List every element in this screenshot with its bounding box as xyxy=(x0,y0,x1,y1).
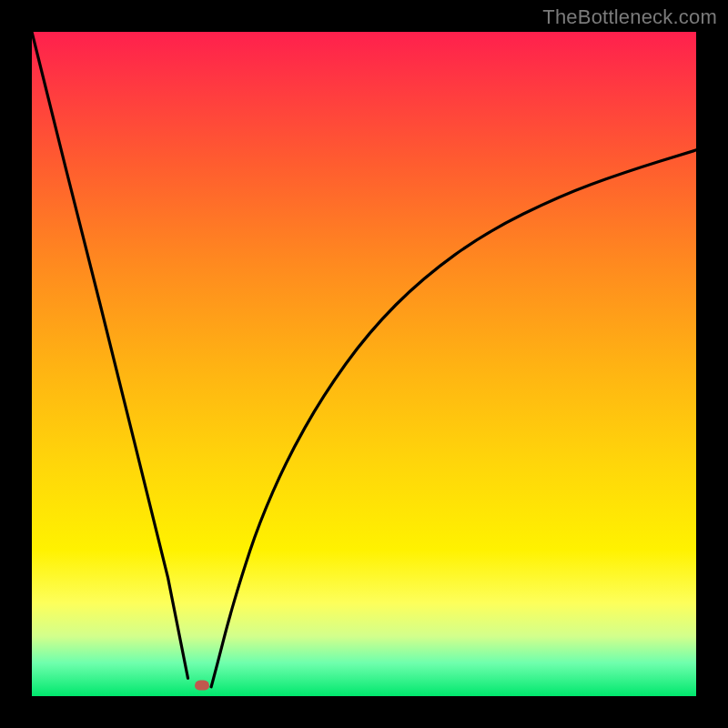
curve-left-segment xyxy=(32,32,188,678)
bottleneck-curve xyxy=(32,32,696,696)
plot-area xyxy=(32,32,696,696)
optimal-point-marker xyxy=(195,681,209,691)
attribution-label: TheBottleneck.com xyxy=(542,5,717,29)
curve-right-segment xyxy=(211,150,696,687)
